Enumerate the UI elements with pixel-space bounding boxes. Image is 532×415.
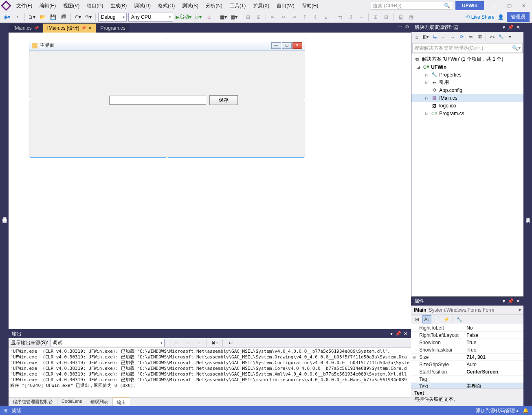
hot-reload-button[interactable]: ♨: [204, 13, 213, 22]
form-maximize-button[interactable]: ▢: [282, 42, 292, 49]
gear-icon[interactable]: ⚙: [405, 24, 409, 30]
close-icon[interactable]: ✕: [88, 26, 92, 31]
props-page-button[interactable]: 📄: [432, 315, 441, 323]
clear-output-button[interactable]: ✖≡: [210, 339, 219, 347]
menu-edit[interactable]: 编辑(E): [36, 1, 59, 11]
dropdown-icon[interactable]: ▾: [390, 331, 393, 336]
property-row[interactable]: StartPositionCenterScreen: [411, 368, 523, 376]
start-nodbg-button[interactable]: ▷▾: [194, 13, 203, 22]
resize-handle[interactable]: [166, 39, 168, 41]
word-wrap-button[interactable]: ↩: [226, 339, 235, 347]
sln-sync-icon[interactable]: ⇆: [431, 33, 438, 41]
form-designer-surface[interactable]: 主界面 — ▢ ✕ 保存: [9, 33, 411, 329]
window-restore-button[interactable]: ▢: [503, 2, 515, 10]
property-row[interactable]: SizeGripStyleAuto: [411, 361, 523, 368]
layout-btn-2[interactable]: ▦▾: [229, 13, 238, 22]
new-project-button[interactable]: 🗋▾: [27, 13, 36, 22]
tab-errorlist[interactable]: 错误列表: [86, 398, 113, 406]
pin-icon[interactable]: 📌: [81, 26, 86, 30]
resize-handle[interactable]: [304, 157, 306, 159]
tree-appconfig-node[interactable]: ⚙App.config: [411, 86, 523, 94]
caret-icon[interactable]: ▷: [425, 111, 429, 116]
out-btn-1[interactable]: ≡: [171, 339, 180, 347]
caret-icon[interactable]: ▷: [425, 81, 429, 85]
categorized-button[interactable]: ⊞: [413, 315, 422, 323]
align-top[interactable]: ⤒: [300, 13, 309, 22]
props-wrench-button[interactable]: 🔧: [455, 315, 464, 323]
tab-output[interactable]: 输出: [113, 398, 130, 406]
property-row[interactable]: Tag: [411, 376, 523, 383]
order-2[interactable]: ⬔: [407, 13, 415, 22]
left-sidebar-tabs[interactable]: 工具箱 数据源: [0, 23, 9, 406]
align-1[interactable]: ⊟: [244, 13, 253, 22]
save-all-button[interactable]: 🗐: [59, 13, 68, 22]
resize-handle[interactable]: [28, 39, 30, 41]
resize-handle[interactable]: [166, 157, 168, 159]
form-close-button[interactable]: ✕: [292, 42, 302, 49]
property-value[interactable]: 主界面: [464, 383, 523, 388]
caret-icon[interactable]: ◢: [417, 65, 421, 69]
align-right[interactable]: ⇥: [290, 13, 299, 22]
tree-fmain-node[interactable]: ▷▦fMain.cs: [411, 94, 523, 102]
open-button[interactable]: 📂: [38, 13, 47, 22]
menu-format[interactable]: 格式(O): [155, 1, 178, 11]
menu-debug[interactable]: 调试(D): [131, 1, 154, 11]
caret-icon[interactable]: ▷: [425, 73, 429, 77]
tree-program-node[interactable]: ▷C#Program.cs: [411, 109, 523, 117]
status-scm[interactable]: ↑ 添加到源代码管理 ▴: [472, 407, 519, 414]
tab-overflow-icon[interactable]: ⋯: [398, 24, 402, 30]
resize-handle[interactable]: [304, 39, 306, 41]
undo-button[interactable]: ↶▾: [73, 13, 82, 22]
pin-icon[interactable]: 📌: [508, 24, 514, 30]
sln-views-icon[interactable]: ◧▾: [422, 33, 429, 41]
menu-tools[interactable]: 工具(T): [226, 1, 249, 11]
property-row[interactable]: Size714, 301: [411, 354, 523, 361]
pin-icon[interactable]: 📌: [508, 298, 514, 304]
spacing-1[interactable]: ⇆: [336, 13, 345, 22]
save-form-button[interactable]: 保存: [209, 95, 238, 105]
menu-test[interactable]: 测试(S): [179, 1, 202, 11]
sln-preview-icon[interactable]: ▾: [506, 33, 514, 41]
props-object-combo[interactable]: fMain System.Windows.Forms.Form ▾: [411, 306, 523, 315]
designed-form[interactable]: 主界面 — ▢ ✕ 保存: [29, 40, 305, 158]
caret-icon[interactable]: ▷: [425, 96, 429, 100]
sln-home-icon[interactable]: ⌂: [413, 33, 420, 41]
back-button[interactable]: ◉▾: [2, 13, 11, 22]
order-1[interactable]: ⬕: [396, 13, 405, 22]
tree-properties-node[interactable]: ▷🔧Properties: [411, 71, 523, 79]
output-source-combo[interactable]: 调试: [51, 339, 165, 347]
tree-logo-node[interactable]: 🖼logo.ico: [411, 102, 523, 109]
sln-code-icon[interactable]: <>: [488, 33, 496, 41]
save-button[interactable]: 💾: [48, 13, 57, 22]
window-close-button[interactable]: ✕: [518, 2, 530, 10]
solution-tree[interactable]: ⧉解决方案 'UFWin' (1 个项目，共 1 个) ◢C#UFWin ▷🔧P…: [411, 54, 523, 296]
property-row[interactable]: ShowInTaskbarTrue: [411, 346, 523, 354]
form-minimize-button[interactable]: —: [271, 42, 281, 49]
resize-handle[interactable]: [28, 157, 30, 159]
sln-properties-icon[interactable]: 🔧: [497, 33, 505, 41]
form-client-area[interactable]: 保存: [29, 51, 305, 157]
tree-project-node[interactable]: ◢C#UFWin: [411, 63, 523, 71]
menu-view[interactable]: 视图(V): [60, 1, 83, 11]
config-combo[interactable]: Debug: [98, 13, 127, 22]
spacing-3[interactable]: ↔: [357, 13, 366, 22]
tree-references-node[interactable]: ▷▪▪引用: [411, 79, 523, 86]
status-grid-icon[interactable]: ⊞: [3, 408, 7, 413]
property-row[interactable]: ShowIconTrue: [411, 339, 523, 346]
property-value[interactable]: True: [464, 346, 523, 353]
notifications-icon[interactable]: 🔔: [523, 408, 529, 413]
menu-build[interactable]: 生成(B): [107, 1, 130, 11]
menu-file[interactable]: 文件(F): [13, 1, 35, 11]
property-value[interactable]: 714, 301: [464, 354, 523, 360]
tree-solution-node[interactable]: ⧉解决方案 'UFWin' (1 个项目，共 1 个): [411, 55, 523, 63]
property-row[interactable]: RightToLeftLayoutFalse: [411, 332, 523, 339]
right-sidebar-tabs[interactable]: 诊断工具: [523, 23, 532, 406]
tab-pkgmgr[interactable]: 程序包管理器控制台: [9, 398, 57, 406]
resize-handle[interactable]: [28, 98, 30, 100]
align-left[interactable]: ⇤: [268, 13, 277, 22]
sln-refresh-icon[interactable]: ⟳: [458, 33, 465, 41]
tab-fmain-cs[interactable]: fMain.cs 📌: [9, 24, 43, 33]
events-button[interactable]: ⚡: [442, 315, 451, 323]
property-value[interactable]: CenterScreen: [464, 368, 523, 375]
out-btn-3[interactable]: ≡: [194, 339, 203, 347]
